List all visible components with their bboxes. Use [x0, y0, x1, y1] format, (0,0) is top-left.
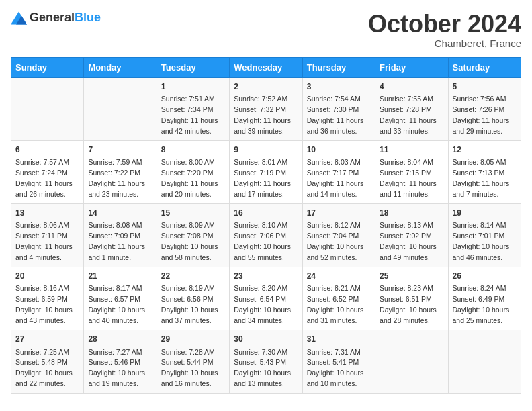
calendar-header: SundayMondayTuesdayWednesdayThursdayFrid…	[11, 57, 521, 77]
calendar-cell: 14Sunrise: 8:08 AMSunset: 7:09 PMDayligh…	[84, 203, 157, 267]
cell-content: Sunrise: 8:09 AMSunset: 7:08 PMDaylight:…	[161, 221, 218, 261]
cell-content: Sunrise: 8:23 AMSunset: 6:51 PMDaylight:…	[380, 284, 437, 324]
day-number: 23	[234, 271, 298, 282]
title-block: October 2024 Chamberet, France	[368, 11, 521, 49]
day-number: 18	[380, 208, 443, 219]
day-number: 27	[15, 334, 79, 345]
day-number: 11	[380, 144, 443, 156]
calendar-cell: 24Sunrise: 8:21 AMSunset: 6:52 PMDayligh…	[302, 267, 375, 330]
calendar-cell: 17Sunrise: 8:12 AMSunset: 7:04 PMDayligh…	[302, 203, 375, 267]
day-number: 26	[453, 271, 517, 282]
page-header: GeneralBlue October 2024 Chamberet, Fran…	[11, 11, 521, 49]
day-number: 20	[15, 271, 79, 282]
cell-content: Sunrise: 7:30 AMSunset: 5:43 PMDaylight:…	[234, 348, 291, 388]
cell-content: Sunrise: 8:03 AMSunset: 7:17 PMDaylight:…	[307, 158, 364, 198]
calendar-cell: 9Sunrise: 8:01 AMSunset: 7:19 PMDaylight…	[230, 140, 302, 203]
weekday-header: Sunday	[11, 57, 84, 77]
calendar-cell: 20Sunrise: 8:16 AMSunset: 6:59 PMDayligh…	[11, 267, 84, 330]
cell-content: Sunrise: 7:59 AMSunset: 7:22 PMDaylight:…	[88, 158, 145, 198]
day-number: 12	[453, 144, 517, 156]
calendar-cell: 22Sunrise: 8:19 AMSunset: 6:56 PMDayligh…	[157, 267, 229, 330]
calendar-cell: 28Sunrise: 7:27 AMSunset: 5:46 PMDayligh…	[84, 330, 157, 394]
cell-content: Sunrise: 8:00 AMSunset: 7:20 PMDaylight:…	[161, 158, 218, 198]
calendar-cell: 4Sunrise: 7:55 AMSunset: 7:28 PMDaylight…	[375, 77, 448, 140]
cell-content: Sunrise: 8:04 AMSunset: 7:15 PMDaylight:…	[380, 158, 437, 198]
cell-content: Sunrise: 7:28 AMSunset: 5:44 PMDaylight:…	[161, 348, 218, 388]
cell-content: Sunrise: 8:01 AMSunset: 7:19 PMDaylight:…	[234, 158, 291, 198]
calendar-cell: 15Sunrise: 8:09 AMSunset: 7:08 PMDayligh…	[157, 203, 229, 267]
day-number: 25	[380, 271, 443, 282]
day-number: 9	[234, 144, 298, 156]
logo-blue: Blue	[75, 11, 101, 24]
logo: GeneralBlue	[11, 11, 101, 25]
calendar-cell: 6Sunrise: 7:57 AMSunset: 7:24 PMDaylight…	[11, 140, 84, 203]
weekday-header: Wednesday	[230, 57, 302, 77]
calendar-week-row: 6Sunrise: 7:57 AMSunset: 7:24 PMDaylight…	[11, 140, 521, 203]
day-number: 28	[88, 334, 152, 345]
calendar-cell: 10Sunrise: 8:03 AMSunset: 7:17 PMDayligh…	[302, 140, 375, 203]
logo-icon	[11, 11, 27, 25]
day-number: 6	[15, 144, 79, 156]
day-number: 13	[15, 208, 79, 219]
calendar-cell: 5Sunrise: 7:56 AMSunset: 7:26 PMDaylight…	[448, 77, 521, 140]
calendar-cell	[11, 77, 84, 140]
cell-content: Sunrise: 7:54 AMSunset: 7:30 PMDaylight:…	[307, 95, 364, 135]
cell-content: Sunrise: 7:25 AMSunset: 5:48 PMDaylight:…	[15, 348, 73, 388]
weekday-header: Tuesday	[157, 57, 229, 77]
cell-content: Sunrise: 8:14 AMSunset: 7:01 PMDaylight:…	[453, 221, 510, 261]
logo-general: General	[30, 11, 75, 24]
calendar-week-row: 20Sunrise: 8:16 AMSunset: 6:59 PMDayligh…	[11, 267, 521, 330]
calendar-cell: 26Sunrise: 8:24 AMSunset: 6:49 PMDayligh…	[448, 267, 521, 330]
cell-content: Sunrise: 8:20 AMSunset: 6:54 PMDaylight:…	[234, 284, 291, 324]
calendar-cell: 12Sunrise: 8:05 AMSunset: 7:13 PMDayligh…	[448, 140, 521, 203]
day-number: 2	[234, 81, 298, 93]
day-number: 17	[307, 208, 371, 219]
calendar-cell: 1Sunrise: 7:51 AMSunset: 7:34 PMDaylight…	[157, 77, 229, 140]
calendar-cell: 29Sunrise: 7:28 AMSunset: 5:44 PMDayligh…	[157, 330, 229, 394]
calendar-cell: 23Sunrise: 8:20 AMSunset: 6:54 PMDayligh…	[230, 267, 302, 330]
cell-content: Sunrise: 8:17 AMSunset: 6:57 PMDaylight:…	[88, 284, 145, 324]
cell-content: Sunrise: 7:56 AMSunset: 7:26 PMDaylight:…	[453, 95, 510, 135]
cell-content: Sunrise: 7:51 AMSunset: 7:34 PMDaylight:…	[161, 95, 218, 135]
calendar-cell: 2Sunrise: 7:52 AMSunset: 7:32 PMDaylight…	[230, 77, 302, 140]
calendar-cell	[84, 77, 157, 140]
day-number: 5	[453, 81, 517, 93]
calendar-week-row: 13Sunrise: 8:06 AMSunset: 7:11 PMDayligh…	[11, 203, 521, 267]
cell-content: Sunrise: 8:16 AMSunset: 6:59 PMDaylight:…	[15, 284, 73, 324]
day-number: 29	[161, 334, 225, 345]
day-number: 3	[307, 81, 371, 93]
calendar-cell: 25Sunrise: 8:23 AMSunset: 6:51 PMDayligh…	[375, 267, 448, 330]
weekday-header: Monday	[84, 57, 157, 77]
calendar-cell	[375, 330, 448, 394]
calendar-cell: 13Sunrise: 8:06 AMSunset: 7:11 PMDayligh…	[11, 203, 84, 267]
cell-content: Sunrise: 8:21 AMSunset: 6:52 PMDaylight:…	[307, 284, 364, 324]
cell-content: Sunrise: 8:10 AMSunset: 7:06 PMDaylight:…	[234, 221, 291, 261]
day-number: 1	[161, 81, 225, 93]
calendar-body: 1Sunrise: 7:51 AMSunset: 7:34 PMDaylight…	[11, 77, 521, 394]
calendar-cell: 8Sunrise: 8:00 AMSunset: 7:20 PMDaylight…	[157, 140, 229, 203]
calendar-cell: 27Sunrise: 7:25 AMSunset: 5:48 PMDayligh…	[11, 330, 84, 394]
day-number: 14	[88, 208, 152, 219]
calendar-week-row: 1Sunrise: 7:51 AMSunset: 7:34 PMDaylight…	[11, 77, 521, 140]
calendar-cell: 7Sunrise: 7:59 AMSunset: 7:22 PMDaylight…	[84, 140, 157, 203]
calendar-cell: 31Sunrise: 7:31 AMSunset: 5:41 PMDayligh…	[302, 330, 375, 394]
calendar-week-row: 27Sunrise: 7:25 AMSunset: 5:48 PMDayligh…	[11, 330, 521, 394]
day-number: 19	[453, 208, 517, 219]
cell-content: Sunrise: 7:55 AMSunset: 7:28 PMDaylight:…	[380, 95, 437, 135]
cell-content: Sunrise: 8:24 AMSunset: 6:49 PMDaylight:…	[453, 284, 510, 324]
weekday-header: Thursday	[302, 57, 375, 77]
location-subtitle: Chamberet, France	[368, 38, 521, 49]
weekday-header-row: SundayMondayTuesdayWednesdayThursdayFrid…	[11, 57, 521, 77]
cell-content: Sunrise: 7:31 AMSunset: 5:41 PMDaylight:…	[307, 348, 364, 388]
calendar-cell: 21Sunrise: 8:17 AMSunset: 6:57 PMDayligh…	[84, 267, 157, 330]
cell-content: Sunrise: 8:05 AMSunset: 7:13 PMDaylight:…	[453, 158, 510, 198]
calendar-table: SundayMondayTuesdayWednesdayThursdayFrid…	[11, 57, 521, 394]
cell-content: Sunrise: 8:19 AMSunset: 6:56 PMDaylight:…	[161, 284, 218, 324]
calendar-cell: 19Sunrise: 8:14 AMSunset: 7:01 PMDayligh…	[448, 203, 521, 267]
day-number: 16	[234, 208, 298, 219]
cell-content: Sunrise: 8:06 AMSunset: 7:11 PMDaylight:…	[15, 221, 73, 261]
day-number: 15	[161, 208, 225, 219]
day-number: 21	[88, 271, 152, 282]
logo-text: GeneralBlue	[30, 11, 101, 25]
calendar-cell: 30Sunrise: 7:30 AMSunset: 5:43 PMDayligh…	[230, 330, 302, 394]
